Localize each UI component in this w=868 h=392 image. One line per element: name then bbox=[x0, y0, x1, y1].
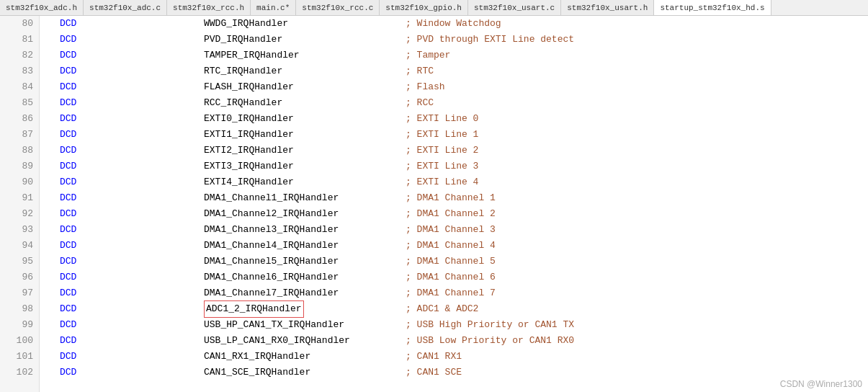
keyword-90: DCD bbox=[45, 174, 204, 190]
code-line-90: DCDEXTI4_IRQHandler; EXTI Line 4 bbox=[40, 174, 868, 190]
handler-98: ADC1_2_IRQHandler bbox=[204, 300, 304, 318]
tab-label: stm32f10x_adc.c bbox=[89, 4, 161, 12]
keyword-85: DCD bbox=[45, 95, 204, 111]
tab-label: stm32f10x_usart.c bbox=[474, 4, 555, 12]
keyword-95: DCD bbox=[45, 254, 204, 270]
handler-96: DMA1_Channel6_IRQHandler bbox=[204, 272, 339, 282]
line-number-80: 80 bbox=[0, 16, 39, 32]
line-number-89: 89 bbox=[0, 159, 39, 174]
code-line-80: DCDWWDG_IRQHandler; Window Watchdog bbox=[40, 16, 868, 32]
tab-label: stm32f10x_adc.h bbox=[6, 4, 77, 12]
comment-101: ; CAN1 RX1 bbox=[406, 349, 462, 365]
handler-80: WWDG_IRQHandler bbox=[204, 18, 288, 29]
code-line-98: DCDADC1_2_IRQHandler; ADC1 & ADC2 bbox=[40, 301, 868, 317]
comment-102: ; CAN1 SCE bbox=[406, 365, 462, 380]
code-line-93: DCDDMA1_Channel3_IRQHandler; DMA1 Channe… bbox=[40, 222, 868, 238]
line-number-100: 100 bbox=[0, 333, 39, 349]
editor-area: 8081828384858687888990919293949596979899… bbox=[0, 16, 868, 392]
code-line-91: DCDDMA1_Channel1_IRQHandler; DMA1 Channe… bbox=[40, 190, 868, 206]
comment-92: ; DMA1 Channel 2 bbox=[406, 206, 496, 222]
comment-100: ; USB Low Priority or CAN1 RX0 bbox=[406, 333, 574, 349]
tab-label: stm32f10x_rcc.h bbox=[173, 4, 244, 12]
tab-stm32f10x-rcc-h[interactable]: stm32f10x_rcc.h bbox=[167, 0, 251, 16]
handler-101: CAN1_RX1_IRQHandler bbox=[204, 351, 310, 362]
line-number-85: 85 bbox=[0, 95, 39, 111]
line-number-91: 91 bbox=[0, 190, 39, 206]
keyword-87: DCD bbox=[45, 127, 204, 143]
code-line-99: DCDUSB_HP_CAN1_TX_IRQHandler; USB High P… bbox=[40, 317, 868, 333]
comment-94: ; DMA1 Channel 4 bbox=[406, 238, 496, 254]
keyword-88: DCD bbox=[45, 143, 204, 159]
comment-93: ; DMA1 Channel 3 bbox=[406, 222, 496, 238]
handler-88: EXTI2_IRQHandler bbox=[204, 145, 294, 156]
handler-85: RCC_IRQHandler bbox=[204, 97, 282, 108]
comment-81: ; PVD through EXTI Line detect bbox=[406, 32, 574, 48]
code-line-81: DCDPVD_IRQHandler; PVD through EXTI Line… bbox=[40, 32, 868, 48]
handler-84: FLASH_IRQHandler bbox=[204, 81, 294, 92]
tab-stm32f10x-gpio-h[interactable]: stm32f10x_gpio.h bbox=[380, 0, 468, 16]
keyword-94: DCD bbox=[45, 238, 204, 254]
watermark: CSDN @Winner1300 bbox=[780, 379, 862, 389]
keyword-93: DCD bbox=[45, 222, 204, 238]
comment-91: ; DMA1 Channel 1 bbox=[406, 190, 496, 206]
code-line-94: DCDDMA1_Channel4_IRQHandler; DMA1 Channe… bbox=[40, 238, 868, 254]
comment-85: ; RCC bbox=[406, 95, 434, 111]
line-number-86: 86 bbox=[0, 111, 39, 127]
code-line-89: DCDEXTI3_IRQHandler; EXTI Line 3 bbox=[40, 159, 868, 174]
keyword-89: DCD bbox=[45, 159, 204, 174]
line-number-95: 95 bbox=[0, 254, 39, 270]
code-line-85: DCDRCC_IRQHandler; RCC bbox=[40, 95, 868, 111]
keyword-100: DCD bbox=[45, 333, 204, 349]
line-number-83: 83 bbox=[0, 63, 39, 79]
line-number-98: 98 bbox=[0, 301, 39, 317]
line-number-96: 96 bbox=[0, 270, 39, 285]
code-line-102: DCDCAN1_SCE_IRQHandler; CAN1 SCE bbox=[40, 365, 868, 380]
comment-98: ; ADC1 & ADC2 bbox=[406, 301, 478, 317]
line-number-81: 81 bbox=[0, 32, 39, 48]
comment-83: ; RTC bbox=[406, 63, 434, 79]
line-number-93: 93 bbox=[0, 222, 39, 238]
comment-88: ; EXTI Line 2 bbox=[406, 143, 478, 159]
code-line-87: DCDEXTI1_IRQHandler; EXTI Line 1 bbox=[40, 127, 868, 143]
comment-97: ; DMA1 Channel 7 bbox=[406, 285, 496, 301]
keyword-96: DCD bbox=[45, 270, 204, 285]
line-number-90: 90 bbox=[0, 174, 39, 190]
keyword-91: DCD bbox=[45, 190, 204, 206]
line-number-94: 94 bbox=[0, 238, 39, 254]
tab-label: startup_stm32f10x_hd.s bbox=[660, 4, 764, 12]
tab-stm32f10x-usart-c[interactable]: stm32f10x_usart.c bbox=[468, 0, 561, 16]
handler-97: DMA1_Channel7_IRQHandler bbox=[204, 288, 339, 298]
keyword-102: DCD bbox=[45, 365, 204, 380]
tab-main-c-[interactable]: main.c* bbox=[251, 0, 296, 16]
comment-80: ; Window Watchdog bbox=[406, 16, 501, 32]
line-number-84: 84 bbox=[0, 79, 39, 95]
handler-87: EXTI1_IRQHandler bbox=[204, 129, 294, 140]
line-number-87: 87 bbox=[0, 127, 39, 143]
code-area[interactable]: DCDWWDG_IRQHandler; Window WatchdogDCDPV… bbox=[40, 16, 868, 392]
tab-stm32f10x-rcc-c[interactable]: stm32f10x_rcc.c bbox=[296, 0, 380, 16]
tab-stm32f10x-adc-c[interactable]: stm32f10x_adc.c bbox=[84, 0, 167, 16]
keyword-80: DCD bbox=[45, 16, 204, 32]
handler-100: USB_LP_CAN1_RX0_IRQHandler bbox=[204, 335, 350, 346]
handler-89: EXTI3_IRQHandler bbox=[204, 161, 294, 172]
keyword-86: DCD bbox=[45, 111, 204, 127]
handler-86: EXTI0_IRQHandler bbox=[204, 113, 294, 124]
tab-stm32f10x-usart-h[interactable]: stm32f10x_usart.h bbox=[561, 0, 654, 16]
code-line-100: DCDUSB_LP_CAN1_RX0_IRQHandler; USB Low P… bbox=[40, 333, 868, 349]
handler-90: EXTI4_IRQHandler bbox=[204, 177, 294, 187]
line-number-97: 97 bbox=[0, 285, 39, 301]
comment-89: ; EXTI Line 3 bbox=[406, 159, 478, 174]
tab-startup-stm32f10x-hd-s[interactable]: startup_stm32f10x_hd.s bbox=[654, 0, 771, 16]
line-number-88: 88 bbox=[0, 143, 39, 159]
tab-stm32f10x-adc-h[interactable]: stm32f10x_adc.h bbox=[0, 0, 84, 16]
comment-82: ; Tamper bbox=[406, 48, 450, 63]
comment-86: ; EXTI Line 0 bbox=[406, 111, 478, 127]
handler-95: DMA1_Channel5_IRQHandler bbox=[204, 256, 339, 267]
code-line-83: DCDRTC_IRQHandler; RTC bbox=[40, 63, 868, 79]
tab-label: stm32f10x_usart.h bbox=[567, 4, 648, 12]
code-line-82: DCDTAMPER_IRQHandler; Tamper bbox=[40, 48, 868, 63]
handler-93: DMA1_Channel3_IRQHandler bbox=[204, 224, 339, 235]
tab-label: stm32f10x_rcc.c bbox=[302, 4, 373, 12]
tab-label: stm32f10x_gpio.h bbox=[385, 4, 462, 12]
keyword-99: DCD bbox=[45, 317, 204, 333]
